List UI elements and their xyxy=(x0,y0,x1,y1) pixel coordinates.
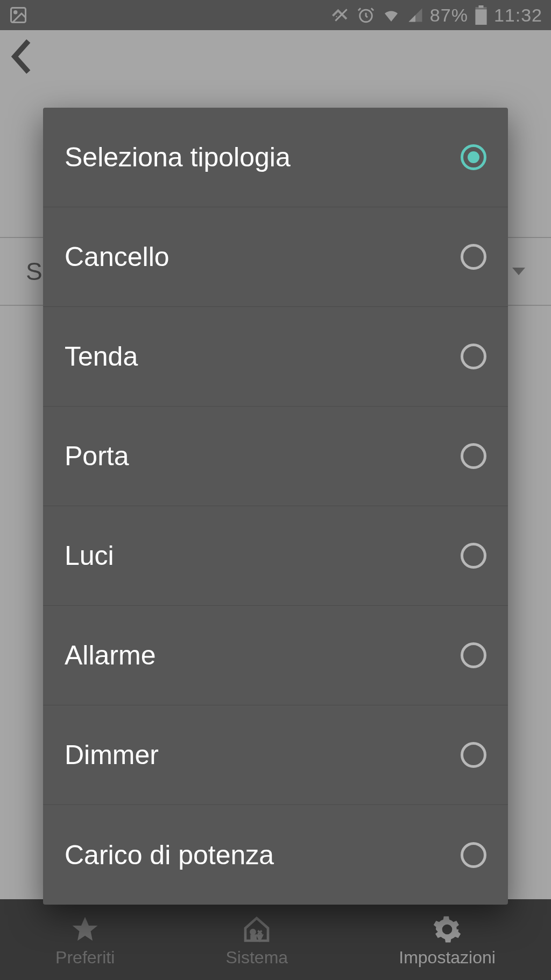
dialog-option-tenda[interactable]: Tenda xyxy=(43,307,508,407)
dialog-option-dimmer[interactable]: Dimmer xyxy=(43,705,508,805)
dialog-option-label: Tenda xyxy=(65,341,138,372)
select-type-dialog: Seleziona tipologia Cancello Tenda Porta… xyxy=(43,108,508,905)
dialog-option-label: Allarme xyxy=(65,640,156,671)
dialog-option-label: Luci xyxy=(65,540,114,571)
dialog-option-seleziona-tipologia[interactable]: Seleziona tipologia xyxy=(43,108,508,207)
radio-unselected-icon xyxy=(461,244,486,270)
radio-unselected-icon xyxy=(461,742,486,768)
dialog-option-luci[interactable]: Luci xyxy=(43,506,508,606)
radio-unselected-icon xyxy=(461,543,486,569)
radio-unselected-icon xyxy=(461,344,486,369)
dialog-option-label: Porta xyxy=(65,440,129,472)
radio-selected-icon xyxy=(461,144,486,170)
dialog-option-label: Carico di potenza xyxy=(65,839,274,871)
dialog-option-porta[interactable]: Porta xyxy=(43,407,508,506)
dialog-option-cancello[interactable]: Cancello xyxy=(43,207,508,307)
dialog-option-label: Dimmer xyxy=(65,739,159,771)
dialog-option-carico-di-potenza[interactable]: Carico di potenza xyxy=(43,805,508,905)
dialog-option-label: Seleziona tipologia xyxy=(65,142,291,173)
radio-unselected-icon xyxy=(461,443,486,469)
radio-unselected-icon xyxy=(461,842,486,868)
dialog-option-label: Cancello xyxy=(65,241,169,272)
radio-unselected-icon xyxy=(461,642,486,668)
dialog-option-allarme[interactable]: Allarme xyxy=(43,606,508,705)
